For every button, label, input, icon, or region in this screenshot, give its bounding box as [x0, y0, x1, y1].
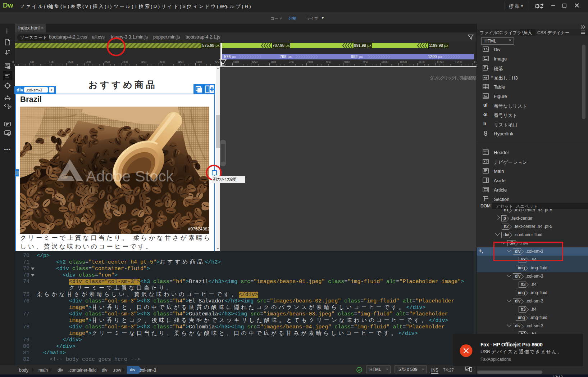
svg-text:#97624382: #97624382	[188, 226, 209, 232]
svg-text:Adobe Stock: Adobe Stock	[86, 167, 174, 185]
svg-text:H3: H3	[484, 76, 488, 79]
svg-text:P: P	[484, 66, 487, 70]
